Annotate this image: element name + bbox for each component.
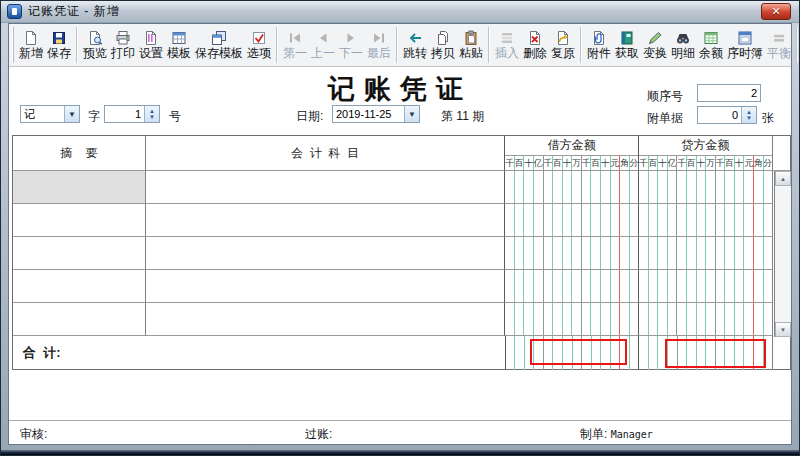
credit-amount-cell[interactable] [639,171,773,204]
credit-digit-scale: 千百十亿千百十万千百十元角分 [639,156,772,170]
toolbar-button-nav-next: 下一 [337,27,365,63]
digit-column-7 [706,303,716,335]
attach-spinner[interactable]: ▲ ▼ [741,107,756,123]
digit-column-2 [524,171,534,203]
toolbar-button-copy[interactable]: 拷贝 [429,27,457,63]
digit-column-0 [505,237,515,269]
digit-column-13 [630,336,639,370]
toolbar-button-label: 跳转 [403,46,427,60]
preview-icon [87,30,104,46]
subject-cell[interactable] [146,270,506,303]
combo-arrow-icon[interactable]: ▼ [64,106,79,122]
summary-cell[interactable] [13,171,146,204]
date-combo[interactable]: 2019-11-25 ▼ [332,105,420,123]
toolbar-button-setup[interactable]: 设置 [137,27,165,63]
toolbar-button-preview[interactable]: 预览 [81,27,109,63]
close-button[interactable]: ✕ [761,3,791,20]
subject-cell[interactable] [146,171,506,204]
summary-cell[interactable] [13,303,146,336]
toolbar-button-save[interactable]: 保存 [45,27,73,63]
digit-column-8 [716,303,726,335]
credit-amount-cell[interactable] [639,270,773,303]
voucher-number-input[interactable]: 1 ▲ ▼ [104,105,160,123]
total-scroll-spacer [773,336,790,370]
post-label: 过账: [305,426,332,443]
toolbar-button-journal[interactable]: 序时簿 [725,27,765,63]
debit-amount-cell[interactable] [505,204,639,237]
digit-column-13 [630,237,639,269]
toolbar-button-delete[interactable]: 删除 [521,27,549,63]
spin-down-icon[interactable]: ▼ [149,114,155,120]
toolbar-button-attach[interactable]: 附件 [585,27,613,63]
subject-header: 会 计 科 目 [146,136,506,171]
voucher-table: 摘 要 会 计 科 目 借方金额 千百十亿千百十万千百十元角分 贷方金额 千百十… [12,135,791,370]
toolbar-button-label: 变换 [643,46,667,60]
voucher-row-4 [13,270,790,303]
debit-amount-cell[interactable] [505,303,639,336]
toolbar-button-restore[interactable]: 复原 [549,27,577,63]
debit-amount-cell[interactable] [505,270,639,303]
credit-amount-cell[interactable] [639,303,773,336]
subject-cell[interactable] [146,303,506,336]
voucher-row-2 [13,204,790,237]
digit-column-10 [735,303,745,335]
digit-column-万: 万 [706,156,716,170]
digit-column-百: 百 [553,156,563,170]
voucher-number-spinner[interactable]: ▲ ▼ [144,106,159,122]
digit-column-1 [515,303,525,335]
digit-column-12 [754,171,764,203]
toolbar-button-fetch[interactable]: 获取 [613,27,641,63]
debit-total-highlight [530,339,627,365]
digit-column-百: 百 [649,156,659,170]
total-label: 合 计: [13,336,506,370]
vertical-scrollbar[interactable]: ▲ ▼ [774,171,791,337]
seq-input[interactable]: 2 [697,84,761,102]
digit-column-10 [735,171,745,203]
toolbar-button-save-template[interactable]: 保存模板 [193,27,245,63]
digit-column-12 [620,204,630,236]
digit-column-11 [611,303,621,335]
debit-amount-cell[interactable] [505,171,639,204]
toolbar-button-label: 选项 [247,46,271,60]
summary-cell[interactable] [13,270,146,303]
toolbar-gripper[interactable] [12,27,14,63]
scroll-down-icon[interactable]: ▼ [775,322,791,337]
digit-column-10 [601,237,611,269]
equal-icon [771,30,788,46]
toolbar-button-new-doc[interactable]: 新增 [17,27,45,63]
toolbar-button-label: 上一 [311,46,335,60]
digit-column-8 [716,270,726,302]
digit-column-13 [764,270,773,302]
attach-input[interactable]: 0 ▲ ▼ [697,106,757,124]
scroll-up-icon[interactable]: ▲ [775,171,791,186]
toolbar-button-template[interactable]: 模板 [165,27,193,63]
toolbar-button-label: 附件 [587,46,611,60]
digit-column-11 [744,237,754,269]
subject-cell[interactable] [146,204,506,237]
toolbar-button-transform[interactable]: 变换 [641,27,669,63]
toolbar-button-options[interactable]: 选项 [245,27,273,63]
debit-amount-cell[interactable] [505,237,639,270]
summary-cell[interactable] [13,204,146,237]
toolbar-button-print[interactable]: 打印 [109,27,137,63]
date-value: 2019-11-25 [333,108,404,120]
toolbar-button-jump[interactable]: 跳转 [401,27,429,63]
credit-amount-cell[interactable] [639,204,773,237]
digit-column-2 [658,204,668,236]
digit-column-1 [515,237,525,269]
summary-cell[interactable] [13,237,146,270]
toolbar-button-balance[interactable]: 余额 [697,27,725,63]
review-label: 审核: [20,426,47,443]
digit-column-十: 十 [697,156,707,170]
toolbar-button-label: 第一 [283,46,307,60]
toolbar-button-detail[interactable]: 明细 [669,27,697,63]
credit-amount-cell[interactable] [639,237,773,270]
toolbar-button-paste[interactable]: 粘贴 [457,27,485,63]
digit-column-十: 十 [658,156,668,170]
digit-column-8 [716,204,726,236]
voucher-word-combo[interactable]: 记 ▼ [20,105,80,123]
subject-cell[interactable] [146,237,506,270]
digit-column-1 [649,303,659,335]
combo-arrow-icon[interactable]: ▼ [404,106,419,122]
spin-down-icon[interactable]: ▼ [746,115,752,121]
